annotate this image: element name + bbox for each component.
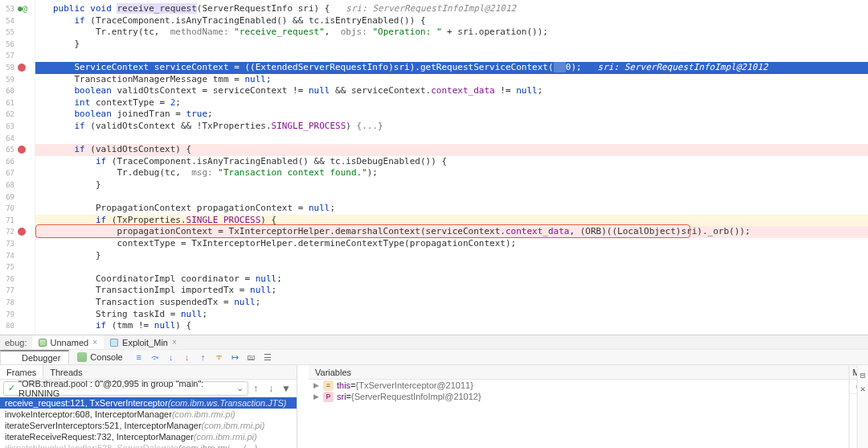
config-icon[interactable]: ⊟ bbox=[858, 370, 867, 379]
variables-list[interactable]: ▶≡this = {TxServerInterceptor@21011}▶Psr… bbox=[309, 380, 849, 402]
var-name: this bbox=[337, 380, 350, 390]
check-icon: ✓ bbox=[8, 383, 15, 393]
debug-tab[interactable]: Unnamed× bbox=[32, 335, 104, 349]
code-line[interactable]: boolean joinedTran = true; bbox=[35, 109, 868, 121]
debug-label: ebug: bbox=[0, 338, 32, 347]
code-line[interactable]: if (TraceComponent.isAnyTracingEnabled()… bbox=[35, 156, 868, 168]
debugger-icon bbox=[9, 353, 18, 363]
code-line[interactable]: boolean validOtsContext = serviceContext… bbox=[35, 85, 868, 97]
stack-frame[interactable]: iterateReceiveRequest:732, InterceptorMa… bbox=[0, 431, 297, 442]
var-kind-icon: P bbox=[323, 392, 334, 402]
code-line[interactable]: Transaction suspendedTx = null; bbox=[35, 297, 868, 309]
frames-tab-threads[interactable]: Threads bbox=[43, 365, 88, 379]
thread-selector-row: ✓ "ORB.thread.pool : 0"@20,995 in group … bbox=[0, 380, 297, 397]
drop-frame-icon[interactable]: ⥾ bbox=[214, 351, 225, 363]
code-line[interactable]: CoordinatorImpl coordinator = null; bbox=[35, 273, 868, 286]
debug-panels: FramesThreads ✓ "ORB.thread.pool : 0"@20… bbox=[0, 365, 868, 448]
code-line[interactable]: if (tmm != null) { bbox=[35, 320, 868, 332]
code-line[interactable]: public void receive_request(ServerReques… bbox=[35, 3, 868, 15]
prev-frame-icon[interactable]: ↑ bbox=[248, 381, 263, 396]
thread-name: "ORB.thread.pool : 0"@20,995 in group "m… bbox=[18, 379, 236, 398]
close-icon[interactable]: × bbox=[92, 338, 97, 347]
code-line[interactable]: if (validOtsContext) { bbox=[35, 144, 868, 156]
frames-panel: FramesThreads ✓ "ORB.thread.pool : 0"@20… bbox=[0, 365, 297, 448]
stack-frame[interactable]: iterateServerInterceptors:521, Intercept… bbox=[0, 420, 297, 431]
code-line[interactable]: if (TraceComponent.isAnyTracingEnabled()… bbox=[35, 15, 868, 27]
frames-tab-frames[interactable]: Frames bbox=[0, 365, 43, 379]
code-line[interactable]: Tr.debug(tc, msg: "Transaction context f… bbox=[35, 167, 868, 179]
show-execution-icon[interactable]: ≡ bbox=[133, 351, 145, 363]
code-line[interactable]: TransactionManagerMessage tmm = null; bbox=[35, 74, 868, 86]
var-kind-icon: ≡ bbox=[323, 380, 334, 391]
tab-label: Exploit_Min bbox=[122, 338, 168, 347]
frame-package: (com.ibm.rmi.pi) bbox=[172, 409, 235, 419]
toolbar-tab-debugger[interactable]: Debugger bbox=[0, 350, 69, 364]
code-line[interactable]: String taskId = null; bbox=[35, 309, 868, 321]
frame-package: (com.ibm.ws.Transaction.JTS) bbox=[168, 398, 287, 408]
pin-icon[interactable]: ✕ bbox=[858, 384, 867, 393]
evaluate-icon[interactable]: 🖭 bbox=[246, 351, 257, 363]
frame-package: (com.ibm.rmi … /…) bbox=[178, 443, 257, 448]
variables-title: Variables bbox=[315, 368, 351, 377]
frame-method: iterateServerInterceptors:521, Intercept… bbox=[5, 421, 202, 430]
breakpoint-icon[interactable] bbox=[18, 228, 26, 236]
expand-icon[interactable]: ▶ bbox=[313, 393, 321, 401]
code-line[interactable]: } bbox=[35, 179, 868, 191]
code-line[interactable]: int contextType = 2; bbox=[35, 97, 868, 109]
filter-icon[interactable]: ▼ bbox=[279, 381, 293, 396]
step-out-icon[interactable]: ↑ bbox=[198, 351, 209, 363]
run-to-cursor-icon[interactable]: ↦ bbox=[230, 351, 241, 363]
code-line[interactable]: contextType = TxInterceptorHelper.determ… bbox=[35, 238, 868, 250]
tab-label: Debugger bbox=[22, 353, 60, 363]
var-value: {ServerRequestInfoImpl@21012} bbox=[351, 392, 481, 401]
variable-row[interactable]: ▶Psri = {ServerRequestInfoImpl@21012} bbox=[309, 391, 849, 402]
tab-label: Console bbox=[90, 352, 122, 362]
code-line[interactable] bbox=[35, 133, 868, 145]
var-value: {TxServerInterceptor@21011} bbox=[356, 380, 473, 390]
bug-icon bbox=[39, 339, 47, 347]
code-area[interactable]: public void receive_request(ServerReques… bbox=[35, 0, 868, 335]
chevron-down-icon: ⌄ bbox=[236, 383, 244, 393]
stack-frame[interactable]: invokeInterceptor:608, InterceptorManage… bbox=[0, 409, 297, 420]
editor-gutter[interactable]: 53●@545556575859606162636465666768697071… bbox=[0, 0, 35, 335]
code-line[interactable] bbox=[35, 191, 868, 203]
next-frame-icon[interactable]: ↓ bbox=[264, 381, 278, 396]
code-line[interactable]: } bbox=[35, 39, 868, 51]
frame-package: (com.ibm.rmi.pi) bbox=[194, 432, 257, 442]
code-line[interactable]: propagationContext = TxInterceptorHelper… bbox=[35, 226, 868, 238]
code-line[interactable]: ServiceContext serviceContext = ((Extend… bbox=[35, 62, 868, 74]
frame-method: iterateReceiveRequest:732, InterceptorMa… bbox=[5, 432, 194, 442]
stack-frames[interactable]: receive_request:121, TxServerInterceptor… bbox=[0, 397, 297, 448]
code-line[interactable]: if (validOtsContext && !TxProperties.SIN… bbox=[35, 121, 868, 133]
code-line[interactable]: TransactionImpl importedTx = null; bbox=[35, 285, 868, 297]
code-line[interactable] bbox=[35, 50, 868, 62]
code-line[interactable]: } bbox=[35, 250, 868, 262]
toolbar-tab-console[interactable]: Console bbox=[69, 350, 130, 364]
file-icon bbox=[110, 339, 118, 347]
tab-label: Unnamed bbox=[51, 338, 89, 347]
editor-pane[interactable]: 53●@545556575859606162636465666768697071… bbox=[0, 0, 868, 335]
right-tool-strip[interactable]: ⊟ ✕ bbox=[857, 365, 868, 448]
code-line[interactable]: if (TxProperties.SINGLE_PROCESS) { bbox=[35, 215, 868, 227]
step-over-icon[interactable]: ⤼ bbox=[149, 351, 161, 363]
variable-row[interactable]: ▶≡this = {TxServerInterceptor@21011} bbox=[309, 380, 849, 391]
close-icon[interactable]: × bbox=[172, 338, 177, 347]
stack-frame[interactable]: receive_request:121, TxServerInterceptor… bbox=[0, 397, 297, 409]
method-marker-icon[interactable]: ●@ bbox=[18, 4, 27, 13]
force-step-into-icon[interactable]: ↓ bbox=[182, 351, 193, 363]
debug-tab-bar: ebug: Unnamed×Exploit_Min× bbox=[0, 335, 868, 349]
frame-package: (com.ibm.rmi.pi) bbox=[202, 421, 265, 430]
trace-icon[interactable]: ☰ bbox=[262, 351, 273, 363]
code-line[interactable]: Tr.entry(tc, methodName: "receive_reques… bbox=[35, 27, 868, 39]
debug-tab[interactable]: Exploit_Min× bbox=[104, 335, 183, 349]
thread-selector[interactable]: ✓ "ORB.thread.pool : 0"@20,995 in group … bbox=[3, 381, 248, 396]
breakpoint-icon[interactable] bbox=[18, 146, 26, 154]
expand-icon[interactable]: ▶ bbox=[313, 381, 321, 389]
console-icon bbox=[77, 352, 87, 362]
breakpoint-icon[interactable] bbox=[18, 64, 26, 72]
frame-method: dispatchInvokeHandler:528, ServerDelegat… bbox=[5, 443, 178, 448]
code-line[interactable] bbox=[35, 261, 868, 273]
step-into-icon[interactable]: ↓ bbox=[166, 351, 177, 363]
stack-frame[interactable]: dispatchInvokeHandler:528, ServerDelegat… bbox=[0, 442, 297, 448]
code-line[interactable]: PropagationContext propagationContext = … bbox=[35, 203, 868, 215]
